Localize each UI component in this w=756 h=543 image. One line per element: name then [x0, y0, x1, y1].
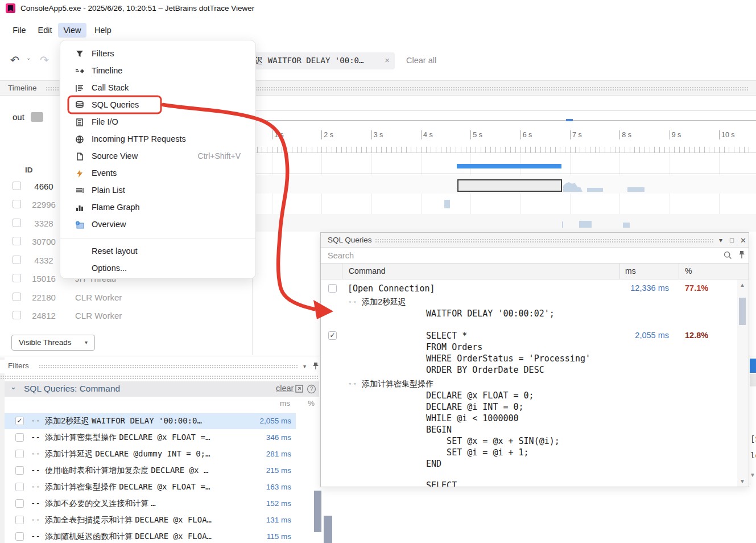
ms-column-header[interactable]: ms [625, 266, 636, 275]
selected-query-time-bar[interactable] [457, 164, 561, 168]
query-filter-row[interactable]: -- 添加计算延迟 DECLARE @dummy INT = 0;… 281 m… [5, 446, 296, 462]
menu-item-flame-graph[interactable]: Flame Graph [60, 199, 255, 216]
menu-item-overview[interactable]: i Overview [60, 216, 255, 233]
scroll-up-arrow[interactable]: ▲ [740, 282, 745, 288]
thread-id-column-header[interactable]: ID [25, 166, 33, 174]
query-filter-row[interactable]: -- 添加计算密集型操作 DECLARE @x FLOAT =… 163 ms [5, 479, 296, 495]
drag-handle-dots[interactable] [375, 238, 713, 242]
query-filter-row[interactable]: -- 使用临时表和计算增加复杂度 DECLARE @x … 215 ms [5, 463, 296, 479]
thread-checkbox[interactable] [13, 237, 21, 245]
menu-item-reset-layout[interactable]: Reset layout [60, 243, 255, 260]
undo-dropdown-caret[interactable]: ⌄ [26, 55, 31, 61]
splitter-dots[interactable] [0, 375, 319, 379]
menu-item-incoming-http[interactable]: Incoming HTTP Requests [60, 131, 255, 148]
globe-icon [75, 135, 84, 144]
column-divider[interactable] [619, 264, 620, 279]
column-divider[interactable] [342, 264, 342, 279]
ruler-minor-tick [724, 147, 725, 153]
ruler-minor-tick [341, 147, 342, 153]
redo-button[interactable]: ↷ [40, 54, 49, 67]
timeline-selection-box[interactable] [457, 179, 562, 192]
vertical-scrollbar[interactable]: ▲ ▼ [737, 279, 748, 487]
query-checkbox[interactable]: ✓ [15, 417, 24, 425]
drag-handle-dots[interactable] [39, 364, 298, 368]
zoom-slider-handle[interactable] [31, 112, 43, 122]
menu-item-events[interactable]: Events [60, 165, 255, 182]
scroll-down-arrow[interactable]: ▼ [740, 478, 745, 484]
menu-item-timeline[interactable]: Timeline [60, 63, 255, 80]
sql-code: WAITFOR DELAY '00:00:02'; [426, 308, 555, 319]
query-checkbox[interactable] [15, 532, 24, 541]
thread-checkbox[interactable] [13, 219, 21, 227]
query-checkbox[interactable] [15, 466, 24, 475]
search-input[interactable] [328, 249, 714, 262]
query-checkbox[interactable] [15, 499, 24, 508]
chevron-down-icon[interactable]: ▾ [303, 363, 306, 369]
chip-close-icon[interactable]: × [385, 55, 390, 65]
percent-column-header[interactable]: % [685, 266, 692, 275]
query-checkbox[interactable] [15, 483, 24, 491]
scrollbar-thumb[interactable] [324, 516, 332, 543]
sql-panel-title: SQL Queries [328, 236, 372, 244]
filters-panel-header[interactable]: Filters ▾ [0, 360, 319, 373]
query-checkbox[interactable] [15, 433, 24, 442]
thread-checkbox[interactable] [13, 293, 21, 301]
scroll-down-arrow[interactable]: ▼ [750, 472, 755, 478]
query-filter-row[interactable]: -- 添加随机延迟函数和计算 DECLARE @x FLOA… 115 ms [5, 529, 296, 543]
sql-panel-header[interactable]: SQL Queries ▾ □ ✕ [321, 233, 749, 248]
overview-selection-marker[interactable] [566, 119, 573, 121]
sql-results-table[interactable]: [Open Connection] 12,336 ms 77.1% -- 添加2… [321, 279, 737, 487]
chevron-collapse-icon[interactable]: ⌄ [10, 382, 16, 391]
clear-filter-link[interactable]: clear [276, 384, 294, 393]
query-filter-row[interactable]: -- 添加计算密集型操作 DECLARE @x FLOAT =… 346 ms [5, 430, 296, 446]
menu-help[interactable]: Help [90, 23, 116, 38]
menu-item-call-stack[interactable]: Call Stack [60, 80, 255, 97]
undo-button[interactable]: ↶⌄ [10, 54, 44, 67]
scrollbar-thumb[interactable] [314, 491, 321, 532]
sql-queries-command-section[interactable]: ⌄ SQL Queries: Command clear ? [5, 381, 319, 397]
close-icon[interactable]: ✕ [740, 236, 746, 245]
pin-icon[interactable] [312, 361, 320, 371]
help-icon[interactable]: ? [307, 384, 316, 394]
query-checkbox[interactable] [15, 516, 24, 524]
thread-checkbox[interactable] [13, 256, 21, 264]
thread-checkbox[interactable] [13, 182, 21, 190]
menu-item-source-view[interactable]: Source View Ctrl+Shift+V [60, 148, 255, 165]
thread-row[interactable]: 24812 CLR Worker [0, 310, 250, 323]
ruler-minor-tick [396, 147, 396, 153]
ms-column-header[interactable]: ms [267, 399, 290, 408]
query-filter-row[interactable]: ✓ -- 添加2秒延迟 WAITFOR DELAY '00:00:0… 2,05… [5, 413, 296, 429]
column-divider[interactable] [679, 264, 679, 279]
menu-item-filters[interactable]: Filters [60, 46, 255, 63]
source-view-icon [75, 152, 84, 161]
row-checkbox[interactable]: ✓ [328, 331, 337, 340]
search-icon[interactable] [724, 251, 732, 260]
menu-item-plain-list[interactable]: Plain List [60, 182, 255, 199]
row-checkbox[interactable] [328, 284, 337, 293]
clear-all-link[interactable]: Clear all [406, 56, 436, 65]
ruler-minor-tick [630, 147, 630, 153]
chevron-down-icon[interactable]: ▾ [719, 236, 722, 244]
thread-checkbox[interactable] [13, 311, 21, 319]
menu-file[interactable]: File [8, 23, 31, 38]
menu-item-file-io[interactable]: File I/O [60, 114, 255, 131]
thread-row[interactable]: 22180 CLR Worker [0, 292, 250, 305]
pin-icon[interactable] [738, 250, 746, 260]
query-filter-row[interactable]: -- 添加不必要的交叉连接和计算 … 152 ms [5, 496, 296, 512]
menu-item-options[interactable]: Options... [60, 260, 255, 277]
open-in-new-icon[interactable] [295, 384, 304, 393]
thread-checkbox[interactable] [13, 200, 21, 208]
menu-view[interactable]: View [58, 23, 86, 38]
command-column-header[interactable]: Command [349, 266, 386, 275]
query-filter-row[interactable]: -- 添加全表扫描提示和计算 DECLARE @x FLOA… 131 ms [5, 512, 296, 528]
thread-checkbox[interactable] [13, 274, 21, 282]
percent-column-header[interactable]: % [300, 399, 315, 408]
ruler-label: 8 s [622, 131, 631, 139]
ruler-minor-tick [625, 147, 625, 153]
menu-item-sql-queries[interactable]: SQL Queries [60, 97, 255, 114]
visible-threads-dropdown[interactable]: Visible Threads ▾ [11, 335, 95, 351]
maximize-icon[interactable]: □ [730, 236, 734, 244]
query-checkbox[interactable] [15, 450, 24, 458]
menu-edit[interactable]: Edit [33, 23, 57, 38]
scrollbar-thumb[interactable] [739, 298, 746, 325]
